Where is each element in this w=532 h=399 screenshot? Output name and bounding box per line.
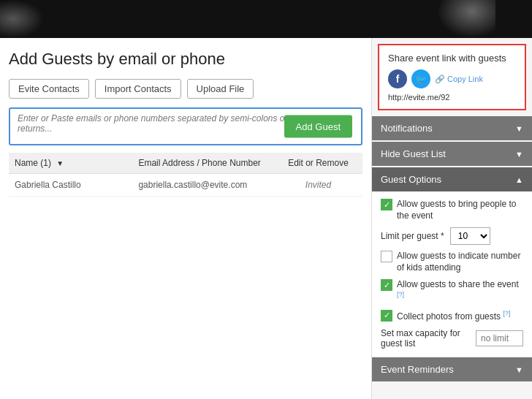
email-textarea[interactable] (18, 113, 288, 140)
twitter-share-button[interactable]: 🐦 (411, 69, 430, 88)
copy-link-button[interactable]: 🔗 Copy Link (435, 75, 483, 84)
guest-options-section: Guest Options ▲ ✓ Allow guests to bring … (372, 167, 532, 356)
guest-options-content: ✓ Allow guests to bring people to the ev… (372, 191, 532, 356)
event-reminders-section: Event Reminders ▼ (372, 357, 532, 381)
page-title: Add Guests by email or phone (9, 50, 362, 69)
limit-per-guest-label: Limit per guest * (381, 231, 444, 241)
collect-photos-option: ✓ Collect photos from guests [?] (381, 310, 523, 323)
collect-photos-checkbox[interactable]: ✓ (381, 310, 392, 322)
collect-photos-label: Collect photos from guests [?] (397, 310, 510, 323)
notifications-section: Notifications ▼ (372, 116, 532, 140)
allow-share-option: ✓ Allow guests to share the event [?] (381, 279, 523, 303)
share-title: Share event link with guests (388, 53, 516, 64)
allow-share-checkbox[interactable]: ✓ (381, 279, 392, 291)
event-reminders-arrow-icon: ▼ (515, 365, 523, 374)
email-input-wrapper: Add Guest (9, 107, 362, 145)
guest-options-arrow-icon: ▲ (515, 175, 523, 184)
guest-options-header[interactable]: Guest Options ▲ (372, 167, 532, 191)
allow-kids-checkbox[interactable] (381, 251, 392, 262)
guest-status: Invited (274, 174, 362, 197)
email-input-area: Add Guest (9, 107, 362, 145)
facebook-share-button[interactable]: f (388, 69, 407, 88)
guest-name: Gabriella Castillo (9, 174, 132, 197)
allow-bring-option: ✓ Allow guests to bring people to the ev… (381, 199, 523, 221)
hide-guest-list-header[interactable]: Hide Guest List ▼ (372, 142, 532, 166)
import-contacts-button[interactable]: Import Contacts (95, 79, 181, 99)
max-capacity-input[interactable] (476, 330, 523, 346)
notifications-arrow-icon: ▼ (515, 124, 523, 133)
left-panel: Add Guests by email or phone Evite Conta… (0, 38, 371, 399)
hide-guest-arrow-icon: ▼ (515, 150, 523, 159)
limit-per-guest-select[interactable]: 10 1 2 3 4 5 (450, 227, 490, 245)
right-panel: Share event link with guests f 🐦 🔗 Copy … (371, 38, 532, 399)
table-row: Gabriella Castillo gabriella.castillo@ev… (9, 174, 362, 197)
share-box: Share event link with guests f 🐦 🔗 Copy … (378, 44, 526, 110)
action-column-header: Edit or Remove (274, 153, 362, 174)
hide-guest-list-section: Hide Guest List ▼ (372, 142, 532, 166)
collect-photos-help[interactable]: [?] (503, 310, 510, 317)
upload-file-button[interactable]: Upload File (187, 79, 254, 99)
guest-email: gabriella.castillo@evite.com (132, 174, 274, 197)
share-icons: f 🐦 🔗 Copy Link http://evite.me/92 (388, 69, 516, 102)
evite-contacts-button[interactable]: Evite Contacts (9, 79, 89, 99)
allow-share-help[interactable]: [?] (397, 291, 404, 298)
button-row: Evite Contacts Import Contacts Upload Fi… (9, 79, 362, 99)
name-column-header[interactable]: Name (1) ▼ (9, 153, 132, 174)
allow-share-label: Allow guests to share the event [?] (397, 279, 523, 303)
allow-kids-label: Allow guests to indicate number of kids … (397, 251, 523, 273)
guest-table: Name (1) ▼ Email Address / Phone Number … (9, 153, 362, 197)
email-column-header: Email Address / Phone Number (132, 153, 274, 174)
add-guest-button[interactable]: Add Guest (284, 115, 352, 138)
limit-per-guest-row: Limit per guest * 10 1 2 3 4 5 (381, 227, 523, 245)
notifications-header[interactable]: Notifications ▼ (372, 116, 532, 140)
link-icon: 🔗 (435, 75, 445, 84)
sort-arrow-icon: ▼ (56, 159, 64, 167)
event-reminders-header[interactable]: Event Reminders ▼ (372, 357, 532, 381)
max-capacity-label: Set max capacity for guest list (381, 328, 471, 349)
max-capacity-row: Set max capacity for guest list (381, 328, 523, 349)
allow-bring-label: Allow guests to bring people to the even… (397, 199, 523, 221)
share-url: http://evite.me/92 (388, 93, 449, 102)
allow-bring-checkbox[interactable]: ✓ (381, 199, 392, 210)
top-banner (0, 0, 532, 38)
allow-kids-option: Allow guests to indicate number of kids … (381, 251, 523, 273)
